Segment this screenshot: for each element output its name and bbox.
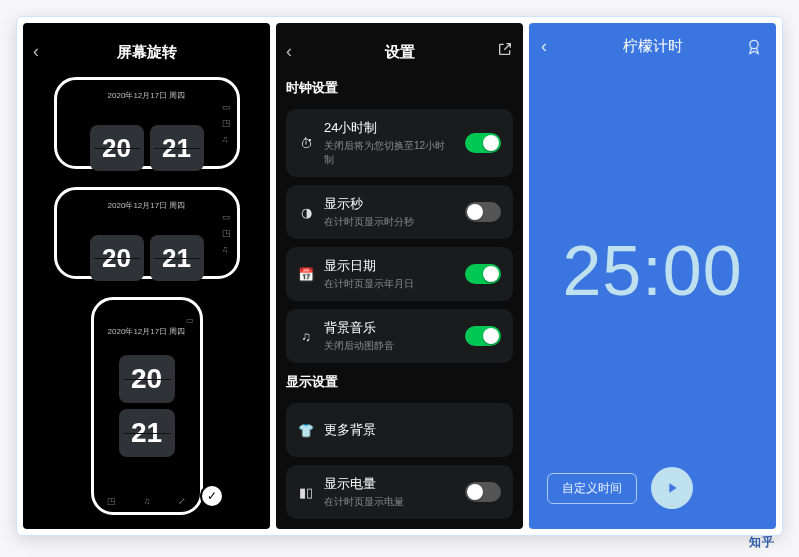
music-dot-icon: ♫	[222, 134, 231, 144]
section-header-clock: 时钟设置	[286, 79, 513, 97]
settings-row-24hour[interactable]: ⏱24小时制关闭后将为您切换至12小时制	[286, 109, 513, 177]
show-date-icon: 📅	[298, 267, 314, 282]
settings-row-show-seconds[interactable]: ◑显示秒在计时页显示时分秒	[286, 185, 513, 239]
expand-icon: ⤢	[178, 496, 186, 506]
battery-icon: ▭	[222, 212, 231, 222]
date-text: 2020年12月17日 周四	[94, 326, 200, 337]
side-indicator-icons: ▭ ◳ ♫	[222, 102, 231, 144]
date-text: 2020年12月17日 周四	[57, 200, 237, 211]
clock-hours: 20	[119, 355, 175, 403]
battery-icon: ▭	[222, 102, 231, 112]
selected-check-icon: ✓	[202, 486, 222, 506]
clock-hours: 20	[90, 125, 144, 171]
battery-icon: ▭	[186, 316, 194, 325]
settings-row-label: 显示日期	[324, 257, 455, 275]
settings-row-label: 24小时制	[324, 119, 455, 137]
settings-row-show-date[interactable]: 📅显示日期在计时页显示年月日	[286, 247, 513, 301]
toggle-bg-music[interactable]	[465, 326, 501, 346]
back-icon[interactable]: ‹	[286, 41, 292, 62]
panel-lemon-timer: ‹ 柠檬计时 25:00 自定义时间	[529, 23, 776, 529]
settings-dot-icon: ◳	[222, 228, 231, 238]
svg-point-0	[750, 40, 758, 48]
award-icon[interactable]	[744, 37, 764, 57]
settings-row-sublabel: 关闭后动图静音	[324, 339, 455, 353]
settings-row-label: 显示电量	[324, 475, 455, 493]
settings-row-more-bg[interactable]: 👕更多背景	[286, 403, 513, 457]
settings-dot-icon: ◳	[222, 118, 231, 128]
24hour-icon: ⏱	[298, 136, 314, 151]
settings-row-sublabel: 在计时页显示时分秒	[324, 215, 455, 229]
custom-time-button[interactable]: 自定义时间	[547, 473, 637, 504]
orientation-option-landscape-right[interactable]: 2020年12月17日 周四 20 21 ▭ ◳ ♫	[54, 187, 240, 279]
timer-value: 25:00	[562, 231, 742, 311]
side-indicator-icons: ▭ ◳ ♫	[222, 212, 231, 254]
show-battery-icon: ▮▯	[298, 485, 314, 500]
grid-icon: ◳	[107, 496, 116, 506]
orientation-option-portrait[interactable]: ▭ 2020年12月17日 周四 20 21 ◳ ♫ ⤢ ✓	[91, 297, 203, 515]
watermark: 知乎	[749, 534, 775, 551]
settings-row-sublabel: 在计时页显示年月日	[324, 277, 455, 291]
settings-row-label: 更多背景	[324, 421, 501, 439]
toggle-show-date[interactable]	[465, 264, 501, 284]
settings-row-show-battery[interactable]: ▮▯显示电量在计时页显示电量	[286, 465, 513, 519]
bg-music-icon: ♫	[298, 329, 314, 344]
settings-row-sublabel: 关闭后将为您切换至12小时制	[324, 139, 455, 167]
orientation-option-landscape-left[interactable]: 2020年12月17日 周四 20 21 ▭ ◳ ♫	[54, 77, 240, 169]
date-text: 2020年12月17日 周四	[57, 90, 237, 101]
section-header-display: 显示设置	[286, 373, 513, 391]
settings-row-label: 显示秒	[324, 195, 455, 213]
page-title: 屏幕旋转	[117, 43, 177, 62]
panel-screen-rotation: ‹ 屏幕旋转 2020年12月17日 周四 20 21 ▭ ◳ ♫	[23, 23, 270, 529]
back-icon[interactable]: ‹	[33, 41, 39, 62]
clock-hours: 20	[90, 235, 144, 281]
toggle-show-battery[interactable]	[465, 482, 501, 502]
settings-row-label: 背景音乐	[324, 319, 455, 337]
show-seconds-icon: ◑	[298, 205, 314, 220]
clock-minutes: 21	[119, 409, 175, 457]
toggle-show-seconds[interactable]	[465, 202, 501, 222]
settings-row-sublabel: 在计时页显示电量	[324, 495, 455, 509]
clock-minutes: 21	[150, 125, 204, 171]
page-title: 设置	[385, 43, 415, 62]
settings-row-bg-music[interactable]: ♫背景音乐关闭后动图静音	[286, 309, 513, 363]
more-bg-icon: 👕	[298, 423, 314, 438]
back-icon[interactable]: ‹	[541, 36, 547, 57]
share-icon[interactable]	[497, 41, 513, 60]
clock-minutes: 21	[150, 235, 204, 281]
side-indicator-icons: ▭	[186, 316, 194, 325]
bottom-indicator-icons: ◳ ♫ ⤢	[94, 496, 200, 506]
music-dot-icon: ♫	[222, 244, 231, 254]
play-button[interactable]	[651, 467, 693, 509]
panel-settings: ‹ 设置 时钟设置 ⏱24小时制关闭后将为您切换至12小时制◑显示秒在计时页显示…	[276, 23, 523, 529]
page-title: 柠檬计时	[623, 37, 683, 56]
toggle-24hour[interactable]	[465, 133, 501, 153]
music-icon: ♫	[144, 496, 151, 506]
